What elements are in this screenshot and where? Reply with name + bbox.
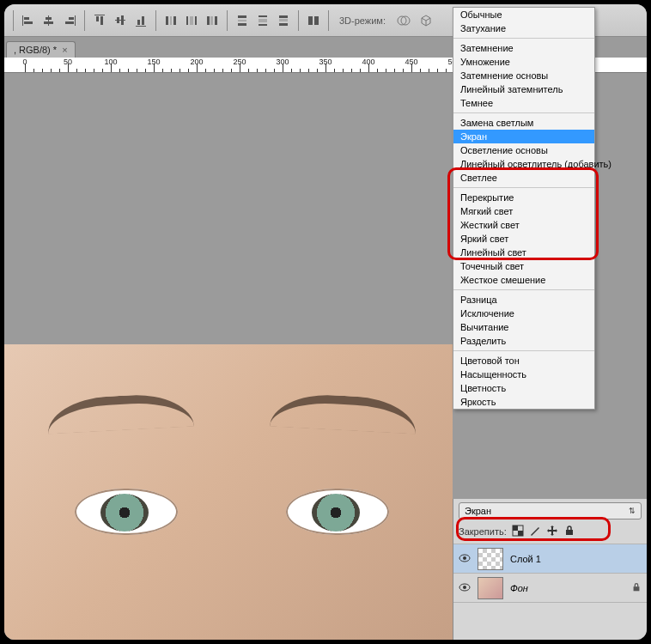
- blend-mode-option[interactable]: Замена светлым: [453, 116, 594, 130]
- blend-mode-option[interactable]: Экран: [453, 130, 594, 143]
- blend-mode-dropdown[interactable]: ОбычныеЗатуханиеЗатемнениеУмножениеЗатем…: [453, 7, 595, 410]
- distribute-v2-icon[interactable]: [253, 11, 272, 30]
- ruler-tick-minor: [317, 69, 318, 72]
- svg-rect-1: [24, 17, 29, 20]
- svg-rect-7: [69, 17, 74, 20]
- ruler-tick-minor: [179, 69, 180, 72]
- blend-mode-option[interactable]: Точечный свет: [453, 259, 594, 273]
- blend-mode-option[interactable]: Жесткий свет: [453, 218, 594, 232]
- svg-rect-36: [308, 16, 313, 25]
- ruler-tick-minor: [162, 69, 163, 72]
- blend-mode-row: Экран ⇅: [453, 499, 647, 523]
- blend-mode-option[interactable]: Линейный осветлитель (добавить): [453, 157, 594, 171]
- blend-mode-option[interactable]: Затемнение основы: [453, 69, 594, 82]
- svg-rect-28: [238, 20, 246, 21]
- lock-transparent-icon[interactable]: [512, 525, 524, 538]
- distribute-v3-icon[interactable]: [274, 11, 293, 30]
- svg-rect-43: [566, 530, 573, 535]
- toolbar-separator: [155, 10, 156, 31]
- ruler-tick-minor: [334, 69, 335, 72]
- ruler-tick-minor: [343, 69, 344, 72]
- svg-rect-18: [166, 16, 168, 25]
- blend-mode-option[interactable]: Яркость: [453, 395, 594, 409]
- canvas-area[interactable]: [4, 73, 453, 640]
- ruler-label: 50: [64, 58, 72, 66]
- lock-all-icon[interactable]: [563, 525, 575, 538]
- blend-mode-option[interactable]: Перекрытие: [453, 191, 594, 204]
- ruler-tick-minor: [42, 69, 43, 72]
- align-bottom-icon[interactable]: [131, 11, 150, 30]
- image-detail: [46, 392, 194, 434]
- ruler-tick-minor: [51, 69, 52, 72]
- distribute-h1-icon[interactable]: [161, 11, 180, 30]
- ruler-tick-minor: [386, 69, 386, 72]
- ruler-tick-minor: [274, 69, 275, 72]
- ruler-tick-minor: [85, 69, 86, 72]
- svg-rect-9: [94, 15, 105, 15]
- blend-mode-option[interactable]: Обычные: [453, 8, 594, 21]
- blend-mode-select[interactable]: Экран ⇅: [459, 502, 642, 519]
- close-tab-icon[interactable]: ×: [62, 45, 67, 55]
- align-middle-v-icon[interactable]: [111, 11, 130, 30]
- blend-mode-option[interactable]: Вычитание: [453, 320, 594, 334]
- svg-rect-42: [518, 531, 523, 536]
- image-detail: [312, 494, 360, 532]
- lock-brush-icon[interactable]: [529, 525, 541, 538]
- blend-mode-option[interactable]: Линейный свет: [453, 246, 594, 259]
- ruler-tick-minor: [205, 69, 206, 72]
- mode-3d-cube-icon[interactable]: [417, 11, 435, 30]
- blend-mode-option[interactable]: Яркий свет: [453, 232, 594, 246]
- blend-mode-option[interactable]: Исключение: [453, 307, 594, 320]
- ruler-tick-minor: [102, 69, 103, 72]
- blend-mode-option[interactable]: Насыщенность: [453, 368, 594, 381]
- svg-rect-33: [279, 15, 288, 18]
- distribute-h2-icon[interactable]: [182, 11, 201, 30]
- svg-rect-12: [115, 20, 125, 21]
- align-right-icon[interactable]: [60, 11, 79, 30]
- distribute-h3-icon[interactable]: [203, 11, 222, 30]
- svg-rect-15: [136, 26, 146, 27]
- layer-row[interactable]: Фон: [453, 574, 647, 603]
- layer-visibility-icon[interactable]: [459, 581, 471, 595]
- svg-rect-22: [190, 16, 193, 25]
- blend-mode-option[interactable]: Линейный затемнитель: [453, 82, 594, 96]
- align-top-icon[interactable]: [90, 11, 109, 30]
- svg-rect-25: [210, 16, 213, 25]
- ruler-tick-minor: [119, 69, 120, 72]
- ruler-tick-minor: [214, 69, 215, 72]
- blend-mode-option[interactable]: Затухание: [453, 21, 594, 35]
- ruler-tick-minor: [360, 69, 361, 72]
- layers-panel: Экран ⇅ Закрепить: Слой 1Фон: [453, 499, 647, 640]
- lock-move-icon[interactable]: [546, 525, 558, 538]
- blend-mode-option[interactable]: Умножение: [453, 55, 594, 69]
- align-center-h-icon[interactable]: [40, 11, 58, 30]
- blend-mode-option[interactable]: Жесткое смешение: [453, 273, 594, 287]
- mode-3d-sphere-icon[interactable]: [394, 11, 413, 30]
- svg-rect-23: [195, 16, 197, 25]
- align-left-icon[interactable]: [19, 11, 38, 30]
- svg-point-45: [463, 556, 466, 560]
- lock-row: Закрепить:: [453, 523, 647, 544]
- blend-mode-option[interactable]: Разделить: [453, 334, 594, 348]
- blend-mode-option[interactable]: Осветление основы: [453, 143, 594, 157]
- blend-mode-option[interactable]: Мягкий свет: [453, 204, 594, 218]
- distribute-v1-icon[interactable]: [233, 11, 252, 30]
- svg-rect-3: [48, 15, 49, 26]
- svg-rect-19: [170, 16, 172, 25]
- svg-rect-31: [259, 19, 267, 22]
- document-tab[interactable]: , RGB/8) * ×: [6, 41, 76, 58]
- document-tab-label: , RGB/8) *: [14, 45, 57, 55]
- auto-align-icon[interactable]: [304, 11, 323, 30]
- blend-mode-option[interactable]: Цветность: [453, 381, 594, 395]
- layer-row[interactable]: Слой 1: [453, 544, 647, 574]
- image-detail: [75, 489, 178, 535]
- menu-separator: [453, 112, 594, 113]
- blend-mode-option[interactable]: Темнее: [453, 96, 594, 110]
- layer-name: Фон: [510, 583, 528, 593]
- blend-mode-option[interactable]: Разница: [453, 293, 594, 307]
- layer-visibility-icon[interactable]: [459, 552, 471, 566]
- blend-mode-option[interactable]: Затемнение: [453, 41, 594, 55]
- blend-mode-option[interactable]: Светлее: [453, 171, 594, 185]
- svg-rect-30: [259, 15, 267, 17]
- blend-mode-option[interactable]: Цветовой тон: [453, 354, 594, 368]
